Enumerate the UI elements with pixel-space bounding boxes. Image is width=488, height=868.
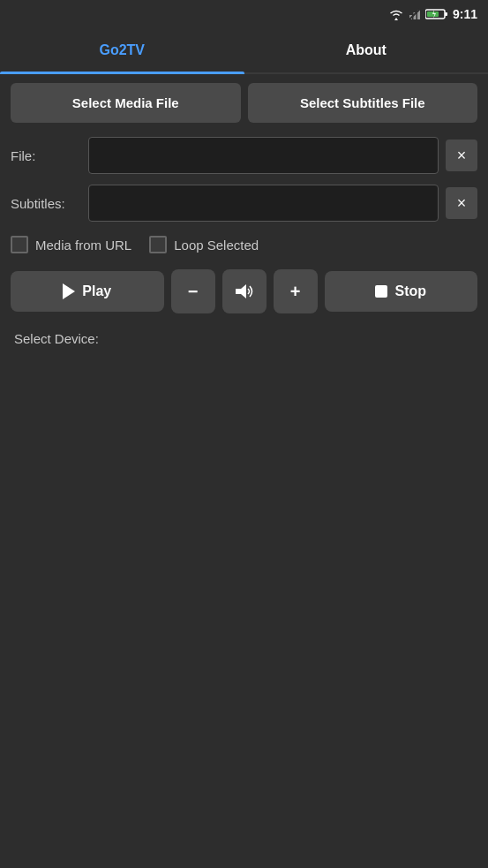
media-from-url-label: Media from URL [35, 238, 131, 253]
status-bar: 9:11 [0, 0, 488, 28]
no-signal-icon [409, 8, 421, 20]
loop-selected-checkbox[interactable] [149, 236, 167, 253]
device-section: Select Device: [0, 321, 488, 358]
svg-rect-5 [445, 12, 447, 16]
checkbox-row: Media from URL Loop Selected [0, 227, 488, 262]
loop-selected-item[interactable]: Loop Selected [149, 236, 259, 253]
media-from-url-item[interactable]: Media from URL [11, 236, 131, 253]
subtitles-clear-button[interactable]: × [446, 187, 477, 219]
battery-icon [425, 8, 448, 20]
select-subtitles-file-button[interactable]: Select Subtitles File [248, 83, 478, 123]
select-device-label: Select Device: [14, 331, 99, 346]
stop-label: Stop [394, 283, 426, 299]
status-icons: 9:11 [388, 7, 477, 21]
file-select-button-row: Select Media File Select Subtitles File [0, 74, 488, 132]
status-time: 9:11 [453, 7, 477, 21]
media-from-url-checkbox[interactable] [11, 236, 28, 253]
tab-go2tv[interactable]: Go2TV [0, 28, 244, 72]
select-media-file-button[interactable]: Select Media File [11, 83, 241, 123]
file-text-input[interactable] [88, 137, 439, 174]
volume-speaker-icon [234, 283, 255, 300]
main-content: Select Media File Select Subtitles File … [0, 74, 488, 358]
volume-up-icon: + [290, 282, 301, 302]
controls-row: Play − + Stop [0, 262, 488, 321]
loop-selected-label: Loop Selected [174, 238, 259, 253]
tab-bar: Go2TV About [0, 28, 488, 74]
volume-icon-button[interactable] [222, 269, 267, 313]
tab-about[interactable]: About [244, 28, 489, 72]
volume-down-icon: − [188, 282, 199, 302]
volume-up-button[interactable]: + [274, 269, 318, 313]
wifi-icon [388, 8, 404, 20]
play-label: Play [82, 283, 111, 299]
file-input-row: File: × [0, 132, 488, 179]
volume-down-button[interactable]: − [171, 269, 215, 313]
file-label: File: [11, 148, 81, 163]
play-triangle-icon [63, 283, 75, 299]
stop-square-icon [375, 285, 387, 298]
subtitles-text-input[interactable] [88, 185, 439, 222]
file-clear-button[interactable]: × [446, 140, 477, 171]
svg-marker-7 [236, 284, 246, 298]
subtitles-label: Subtitles: [11, 196, 81, 211]
play-button[interactable]: Play [11, 271, 164, 312]
stop-button[interactable]: Stop [325, 271, 478, 312]
subtitles-input-row: Subtitles: × [0, 179, 488, 227]
